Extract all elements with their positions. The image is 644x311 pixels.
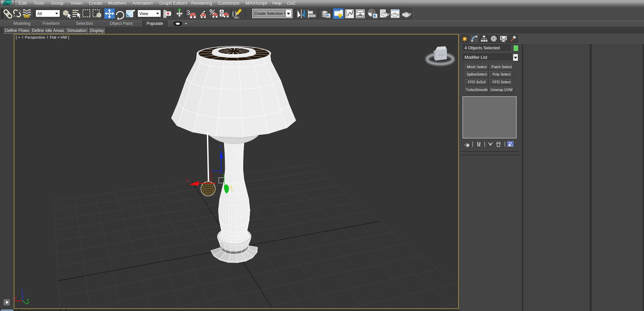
svg-text:[ + I Perspective I Flat +: [ + I Perspective I Flat + HW ]	[16, 35, 69, 39]
svg-text:z: z	[21, 288, 23, 292]
svg-text:ABC: ABC	[234, 16, 239, 19]
svg-text:{ }: { }	[232, 11, 237, 16]
svg-text:x: x	[186, 179, 188, 182]
svg-text:All: All	[37, 11, 42, 16]
svg-text:3: 3	[186, 9, 190, 16]
svg-text:z: z	[220, 144, 222, 148]
svg-text:y: y	[27, 298, 29, 302]
svg-text:View: View	[139, 11, 149, 16]
svg-text:BACK: BACK	[438, 53, 444, 56]
svg-text:Create Selection Se: Create Selection Se	[254, 11, 288, 15]
svg-text:x: x	[14, 296, 16, 300]
svg-text:y: y	[230, 185, 232, 189]
